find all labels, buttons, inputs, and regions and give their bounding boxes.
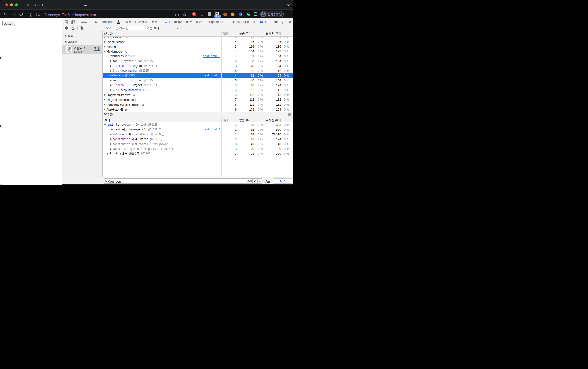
svg-text:%: % [69,50,71,53]
